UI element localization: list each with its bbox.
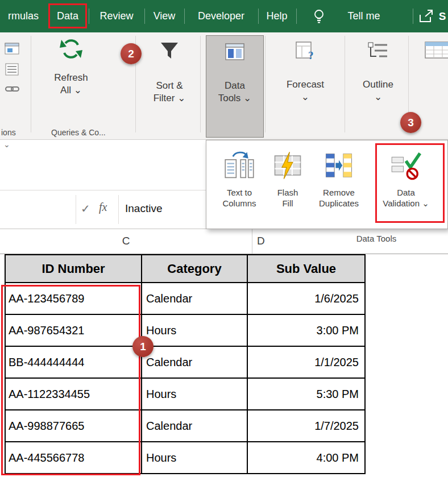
- cell-category[interactable]: Calendar: [142, 283, 247, 314]
- tab-divider: [296, 9, 297, 24]
- group-divider: [345, 36, 345, 132]
- tab-review[interactable]: Review: [91, 0, 142, 32]
- workbook-connections-icon[interactable]: [5, 62, 20, 79]
- step-2-badge: 2: [121, 43, 142, 64]
- header-id-number[interactable]: ID Number: [5, 255, 142, 283]
- edit-links-icon[interactable]: [5, 81, 20, 98]
- excel-window: rmulas Data Review View Developer Help T…: [0, 0, 448, 477]
- refresh-all-label: Refresh All ⌄: [54, 72, 88, 97]
- data-validation-icon: [391, 151, 421, 182]
- remove-duplicates-label: Remove Duplicates: [319, 187, 359, 209]
- flash-fill-label: Flash Fill: [277, 187, 298, 209]
- flash-fill-button[interactable]: Flash Fill: [267, 151, 309, 209]
- table-row: AA-1122334455 Hours 5:30 PM: [5, 378, 365, 410]
- data-validation-label: Data Validation ⌄: [383, 187, 429, 209]
- insert-function-fx-icon[interactable]: fx: [99, 201, 107, 214]
- cell-sub-value[interactable]: 4:00 PM: [247, 442, 365, 474]
- data-table-icon-partial[interactable]: [424, 40, 448, 62]
- text-to-columns-label: Text to Columns: [222, 187, 256, 209]
- step-1-badge: 1: [132, 336, 154, 357]
- remove-duplicates-button[interactable]: Remove Duplicates: [309, 151, 369, 209]
- enter-check-icon[interactable]: ✓: [81, 202, 90, 215]
- formula-bar-value[interactable]: Inactive: [125, 202, 162, 215]
- tab-divider: [89, 9, 89, 24]
- table-row: AA-445566778 Hours 4:00 PM: [5, 442, 365, 474]
- worksheet: ID Number Category Sub Value AA-12345678…: [0, 254, 448, 477]
- cell-id-number[interactable]: AA-123456789: [5, 283, 142, 314]
- data-tools-flyout-panel: Text to Columns Flash Fill: [206, 140, 448, 229]
- ribbon: ions Refresh All ⌄ Queries & Co...: [0, 32, 448, 140]
- outline-button[interactable]: Outline ⌄: [350, 36, 406, 137]
- outline-label: Outline ⌄: [363, 78, 393, 103]
- table-row: AA-123456789 Calendar 1/6/2025: [5, 283, 365, 314]
- cell-category[interactable]: Hours: [142, 442, 247, 474]
- tab-developer[interactable]: Developer: [186, 0, 256, 32]
- cell-id-number[interactable]: AA-1122334455: [5, 378, 142, 410]
- properties-icon[interactable]: [5, 42, 20, 59]
- text-to-columns-icon: [224, 151, 255, 182]
- sort-filter-button[interactable]: Sort & Filter ⌄: [140, 36, 198, 137]
- data-tools-label: Data Tools ⌄: [218, 80, 252, 105]
- cell-sub-value[interactable]: 1/1/2025: [247, 346, 365, 378]
- step-3-badge: 3: [400, 112, 421, 133]
- lightbulb-icon[interactable]: [312, 9, 326, 27]
- cell-sub-value[interactable]: 3:00 PM: [247, 314, 365, 346]
- cell-id-number[interactable]: BB-444444444: [5, 346, 142, 378]
- data-tools-flyout: Text to Columns Flash Fill: [206, 140, 448, 249]
- data-tools-button[interactable]: Data Tools ⌄: [206, 35, 264, 138]
- refresh-all-button[interactable]: Refresh All ⌄: [34, 37, 108, 122]
- tab-divider: [413, 9, 413, 24]
- table-header-row: ID Number Category Sub Value: [5, 255, 365, 283]
- cell-id-number[interactable]: AA-987654321: [5, 314, 142, 346]
- cell-sub-value[interactable]: 1/7/2025: [247, 410, 365, 442]
- ribbon-tab-bar: rmulas Data Review View Developer Help T…: [0, 0, 448, 32]
- outline-icon: [367, 42, 389, 64]
- tab-divider: [258, 9, 259, 24]
- cell-sub-value[interactable]: 1/6/2025: [247, 283, 365, 314]
- group-label-connections-partial: ions: [1, 128, 16, 137]
- group-divider: [31, 36, 31, 132]
- header-sub-value[interactable]: Sub Value: [247, 255, 365, 283]
- data-tools-icon: [224, 42, 246, 65]
- formula-bar-divider: [76, 195, 76, 224]
- forecast-icon: ?: [294, 40, 316, 64]
- table-row: AA-987654321 Hours 3:00 PM: [5, 314, 365, 346]
- cell-category[interactable]: Hours: [142, 314, 247, 346]
- text-to-columns-button[interactable]: Text to Columns: [212, 151, 267, 209]
- tab-view[interactable]: View: [147, 0, 182, 32]
- forecast-button[interactable]: ? Forecast ⌄: [272, 36, 339, 137]
- cell-sub-value[interactable]: 5:30 PM: [247, 378, 365, 410]
- header-category[interactable]: Category: [142, 255, 247, 283]
- table-row: AA-998877665 Calendar 1/7/2025: [5, 410, 365, 442]
- tab-formulas-partial[interactable]: rmulas: [0, 0, 47, 32]
- tab-data[interactable]: Data: [50, 0, 85, 32]
- tab-divider: [184, 9, 185, 24]
- cell-id-number[interactable]: AA-998877665: [5, 410, 142, 442]
- group-label-queries: Queries & Co...: [51, 128, 106, 137]
- forecast-label: Forecast ⌄: [287, 78, 324, 103]
- table-body: AA-123456789 Calendar 1/6/2025 AA-987654…: [5, 283, 365, 474]
- data-validation-button[interactable]: Data Validation ⌄: [369, 151, 443, 209]
- svg-text:?: ?: [308, 49, 314, 61]
- cell-id-number[interactable]: AA-445566778: [5, 442, 142, 474]
- tell-me-button[interactable]: Tell me: [335, 0, 392, 32]
- share-button-label-partial[interactable]: S: [437, 0, 448, 32]
- cell-category[interactable]: Calendar: [142, 346, 247, 378]
- table-row: BB-444444444 Calendar 1/1/2025: [5, 346, 365, 378]
- cell-category[interactable]: Hours: [142, 378, 247, 410]
- group-divider: [200, 36, 201, 132]
- tab-help[interactable]: Help: [260, 0, 293, 32]
- share-icon[interactable]: [418, 9, 435, 26]
- data-table: ID Number Category Sub Value AA-12345678…: [5, 254, 366, 474]
- refresh-all-icon: [59, 37, 84, 64]
- tab-divider: [144, 9, 145, 24]
- flyout-group-footer-label: Data Tools: [342, 234, 410, 243]
- chevron-down-icon[interactable]: ⌄: [3, 140, 10, 149]
- remove-duplicates-icon: [323, 151, 354, 182]
- flash-fill-icon: [272, 151, 303, 182]
- sort-filter-funnel-icon: [159, 40, 180, 65]
- sort-filter-label: Sort & Filter ⌄: [154, 80, 186, 105]
- cell-category[interactable]: Calendar: [142, 410, 247, 442]
- group-divider: [265, 36, 266, 132]
- formula-bar-divider: [118, 195, 119, 224]
